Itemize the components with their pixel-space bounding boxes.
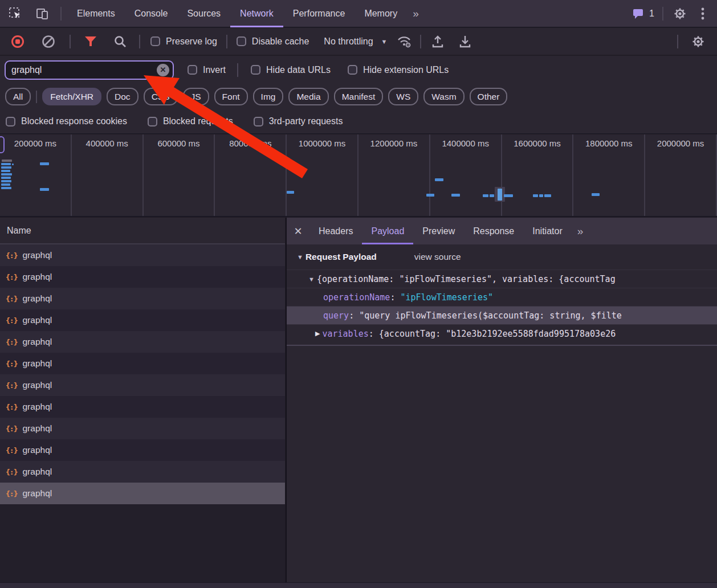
json-braces-icon: {:} <box>6 295 17 303</box>
request-row[interactable]: {:}graphql <box>0 266 285 288</box>
detail-tab-initiator[interactable]: Initiator <box>523 218 571 244</box>
type-chip-css[interactable]: CSS <box>144 88 178 105</box>
payload-summary: {operationName: "ipFlowTimeseries", vari… <box>317 274 616 284</box>
kebab-menu-icon[interactable] <box>695 6 710 21</box>
type-chip-fetch-xhr[interactable]: Fetch/XHR <box>42 88 101 105</box>
detail-tab-response[interactable]: Response <box>464 218 523 244</box>
type-chip-js[interactable]: JS <box>183 88 209 105</box>
main-tab-sources[interactable]: Sources <box>177 0 230 27</box>
filter-input[interactable] <box>6 65 173 75</box>
network-conditions-icon[interactable] <box>397 34 412 49</box>
type-chip-img[interactable]: Img <box>253 88 284 105</box>
request-row[interactable]: {:}graphql <box>0 396 285 418</box>
device-toolbar-icon[interactable] <box>35 6 50 21</box>
main-tab-network[interactable]: Network <box>230 0 283 27</box>
request-row[interactable]: {:}graphql <box>0 461 285 483</box>
record-network-log-icon[interactable] <box>10 34 25 49</box>
payload-summary-row[interactable]: ▼ {operationName: "ipFlowTimeseries", va… <box>287 270 717 288</box>
disable-cache-label: Disable cache <box>252 36 309 47</box>
request-name: graphql <box>22 250 52 260</box>
type-chip-ws[interactable]: WS <box>388 88 418 105</box>
main-tabs: ElementsConsoleSourcesNetworkPerformance… <box>67 0 407 27</box>
filter-icon[interactable] <box>83 34 98 49</box>
clear-network-log-icon[interactable] <box>41 34 56 49</box>
request-row[interactable]: {:}graphql <box>0 483 285 504</box>
request-list-panel: Name {:}graphql{:}graphql{:}graphql{:}gr… <box>0 218 285 582</box>
hide-data-urls-checkbox[interactable]: Hide data URLs <box>251 65 331 75</box>
view-source-link[interactable]: view source <box>414 252 461 262</box>
hide-extension-urls-checkbox[interactable]: Hide extension URLs <box>348 65 449 75</box>
waterfall-bar <box>544 194 551 197</box>
payload-title: Request Payload <box>305 252 377 262</box>
waterfall-bar <box>40 162 49 165</box>
request-row[interactable]: {:}graphql <box>0 418 285 439</box>
more-tabs-icon[interactable]: » <box>407 7 423 20</box>
waterfall-bar <box>12 164 14 165</box>
payload-query-row[interactable]: query: "query ipFlowTimeseries($accountT… <box>287 306 717 324</box>
type-chip-media[interactable]: Media <box>288 88 328 105</box>
payload-variables-row[interactable]: ▶ variables: {accountTag: "b12e3b2192ee5… <box>287 324 717 342</box>
overview-scroll-handle[interactable] <box>0 136 5 153</box>
throttling-dropdown[interactable]: No throttling ▼ <box>324 36 387 47</box>
detail-tab-preview[interactable]: Preview <box>413 218 464 244</box>
request-row[interactable]: {:}graphql <box>0 331 285 353</box>
request-row[interactable]: {:}graphql <box>0 439 285 461</box>
inspect-element-icon[interactable] <box>8 6 23 21</box>
timeline-column: 1800000 ms <box>573 134 645 217</box>
waterfall-bar <box>451 194 460 197</box>
request-row[interactable]: {:}graphql <box>0 374 285 396</box>
timeline-column: 400000 ms <box>72 134 144 217</box>
detail-more-tabs-icon[interactable]: » <box>572 225 588 238</box>
variables-expand-icon[interactable]: ▶ <box>315 330 320 337</box>
type-chip-doc[interactable]: Doc <box>107 88 138 105</box>
invert-checkbox[interactable]: Invert <box>188 65 226 75</box>
network-settings-gear-icon[interactable] <box>691 34 706 49</box>
close-icon[interactable]: ✕ <box>287 225 309 238</box>
blocked-requests-checkbox[interactable]: Blocked requests <box>148 116 233 126</box>
summary-expand-icon[interactable]: ▼ <box>308 276 315 283</box>
disable-cache-checkbox[interactable]: Disable cache <box>237 36 309 47</box>
request-row[interactable]: {:}graphql <box>0 244 285 266</box>
network-overview-timeline[interactable]: 200000 ms400000 ms600000 ms800000 ms1000… <box>0 134 717 217</box>
timeline-column: 200000 ms <box>0 134 72 217</box>
settings-gear-icon[interactable] <box>673 6 687 21</box>
filter-clear-icon[interactable]: ✕ <box>157 64 169 76</box>
payload-operation-row[interactable]: operationName: "ipFlowTimeseries" <box>287 288 717 306</box>
timeline-tick-label: 400000 ms <box>72 138 142 148</box>
throttling-value: No throttling <box>324 36 373 47</box>
main-tab-console[interactable]: Console <box>125 0 178 27</box>
variables-value: : {accountTag: "b12e3b2192ee5588fdad9951… <box>369 329 616 339</box>
request-row[interactable]: {:}graphql <box>0 353 285 374</box>
preserve-log-label: Preserve log <box>166 36 217 47</box>
type-chip-wasm[interactable]: Wasm <box>423 88 464 105</box>
timeline-tick-label: 1800000 ms <box>573 138 644 148</box>
har-import-icon[interactable] <box>430 34 445 49</box>
blocked-cookies-checkbox[interactable]: Blocked response cookies <box>6 116 127 126</box>
detail-tab-payload[interactable]: Payload <box>362 218 413 244</box>
type-chip-other[interactable]: Other <box>470 88 508 105</box>
third-party-requests-checkbox[interactable]: 3rd-party requests <box>254 116 343 126</box>
json-braces-icon: {:} <box>6 381 17 390</box>
type-chip-all[interactable]: All <box>5 88 31 105</box>
main-tab-memory[interactable]: Memory <box>355 0 407 27</box>
devtools-tab-bar: ElementsConsoleSourcesNetworkPerformance… <box>0 0 717 27</box>
issues-message-icon[interactable] <box>631 6 646 21</box>
request-row[interactable]: {:}graphql <box>0 288 285 309</box>
har-export-icon[interactable] <box>458 34 472 49</box>
timeline-tick-label: 800000 ms <box>215 138 286 148</box>
type-chip-font[interactable]: Font <box>214 88 248 105</box>
json-braces-icon: {:} <box>6 273 17 281</box>
json-braces-icon: {:} <box>6 403 17 411</box>
search-icon[interactable] <box>113 34 128 49</box>
request-row[interactable]: {:}graphql <box>0 309 285 331</box>
name-column-header[interactable]: Name <box>0 218 285 244</box>
main-tab-elements[interactable]: Elements <box>67 0 125 27</box>
detail-tab-headers[interactable]: Headers <box>309 218 362 244</box>
json-braces-icon: {:} <box>6 360 17 368</box>
type-chip-manifest[interactable]: Manifest <box>334 88 384 105</box>
payload-collapse-icon[interactable]: ▼ <box>297 254 303 260</box>
preserve-log-checkbox[interactable]: Preserve log <box>150 36 217 47</box>
main-tab-performance[interactable]: Performance <box>283 0 355 27</box>
request-detail-panel: ✕ HeadersPayloadPreviewResponseInitiator… <box>286 218 717 582</box>
waterfall-bar <box>1 166 11 169</box>
